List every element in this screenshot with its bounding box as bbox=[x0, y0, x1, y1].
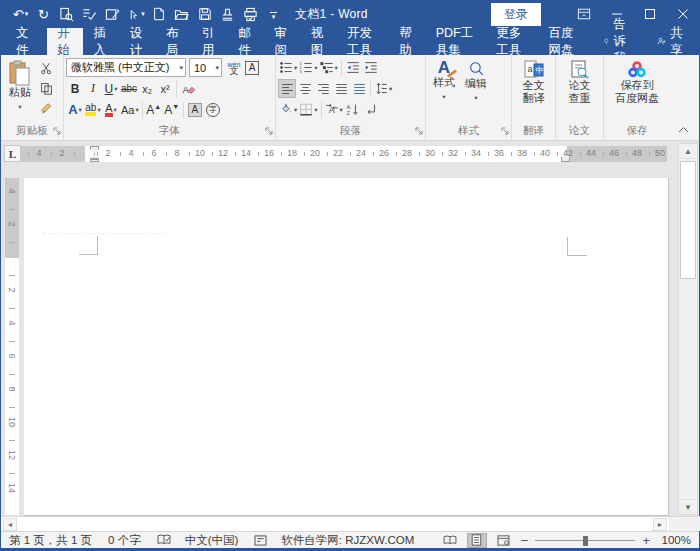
show-marks-button[interactable] bbox=[362, 100, 380, 119]
superscript-button[interactable]: x² bbox=[156, 79, 174, 98]
subscript-button[interactable]: x₂ bbox=[138, 79, 156, 98]
h-ruler[interactable]: 6422468101214161820222426283032343638404… bbox=[21, 146, 667, 162]
tab-view[interactable]: 视图 bbox=[301, 28, 337, 55]
print-preview-icon[interactable] bbox=[55, 2, 78, 26]
web-layout-button[interactable] bbox=[494, 533, 514, 548]
zoom-out-button[interactable]: − bbox=[521, 533, 529, 548]
language-indicator[interactable]: 中文(中国) bbox=[185, 533, 239, 548]
text-highlight-button[interactable]: ab▾ bbox=[84, 100, 102, 119]
tab-more-tools[interactable]: 更多工具 bbox=[486, 28, 538, 55]
vertical-scrollbar[interactable]: ▲ ▼ bbox=[678, 143, 698, 515]
scroll-left-icon[interactable]: ◂ bbox=[3, 518, 17, 531]
zoom-in-button[interactable]: + bbox=[642, 533, 650, 548]
tab-insert[interactable]: 插入 bbox=[83, 28, 119, 55]
bullets-button[interactable]: ▾ bbox=[278, 58, 298, 77]
justify-button[interactable] bbox=[332, 79, 350, 98]
tab-layout[interactable]: 布局 bbox=[156, 28, 192, 55]
paste-button[interactable]: 粘贴 ▾ bbox=[3, 57, 37, 118]
scroll-right-icon[interactable]: ▸ bbox=[653, 518, 667, 531]
save-to-baidu-netdisk-button[interactable]: 保存到 百度网盘 bbox=[606, 57, 668, 105]
spelling-grammar-icon[interactable] bbox=[78, 2, 101, 26]
input-method-icon[interactable] bbox=[254, 535, 267, 546]
grow-font-button[interactable]: A▲ bbox=[145, 100, 163, 119]
styles-button[interactable]: A 样式 ▾ bbox=[428, 57, 460, 104]
customize-qat-icon[interactable]: ▾ bbox=[262, 2, 285, 26]
font-size-combo[interactable]: 10▾ bbox=[189, 58, 222, 77]
vertical-scrollbar-thumb[interactable] bbox=[680, 161, 696, 279]
tab-mailings[interactable]: 邮件 bbox=[228, 28, 264, 55]
align-right-button[interactable] bbox=[314, 79, 332, 98]
undo-icon[interactable]: ↶▾ bbox=[9, 2, 32, 26]
proofing-book-icon[interactable] bbox=[157, 534, 171, 546]
editing-button[interactable]: 编辑 ▾ bbox=[460, 57, 492, 104]
styles-dialog-launcher-icon[interactable] bbox=[501, 124, 509, 138]
font-dialog-launcher-icon[interactable] bbox=[265, 124, 273, 138]
open-icon[interactable] bbox=[170, 2, 193, 26]
zoom-slider-thumb[interactable] bbox=[583, 536, 588, 546]
sort-button[interactable]: AZ bbox=[344, 100, 362, 119]
print-layout-button[interactable] bbox=[467, 533, 487, 548]
asian-layout-button[interactable]: A▾ bbox=[324, 100, 344, 119]
draw-table-icon[interactable] bbox=[101, 2, 124, 26]
bold-button[interactable]: B bbox=[66, 79, 84, 98]
distribute-button[interactable] bbox=[350, 79, 368, 98]
scroll-down-icon[interactable]: ▼ bbox=[679, 499, 697, 514]
tab-home[interactable]: 开始 bbox=[47, 28, 83, 55]
borders-button[interactable]: ▾ bbox=[298, 100, 318, 119]
share-button[interactable]: 共享 bbox=[645, 25, 700, 59]
redo-icon[interactable]: ↻ bbox=[32, 2, 55, 26]
phonetic-guide-button[interactable]: wén文 bbox=[225, 58, 243, 77]
first-line-indent-marker[interactable] bbox=[90, 146, 99, 154]
scroll-up-icon[interactable]: ▲ bbox=[679, 144, 697, 159]
tab-developer[interactable]: 开发工具 bbox=[337, 28, 389, 55]
tab-help[interactable]: 帮助 bbox=[389, 28, 425, 55]
decrease-indent-button[interactable] bbox=[344, 58, 362, 77]
strikethrough-button[interactable]: abc bbox=[120, 79, 138, 98]
word-count[interactable]: 0 个字 bbox=[108, 533, 141, 548]
format-painter-button[interactable] bbox=[37, 99, 55, 118]
tab-references[interactable]: 引用 bbox=[192, 28, 228, 55]
enclose-characters-button[interactable]: 字 bbox=[204, 100, 222, 119]
change-case-button[interactable]: Aa▾ bbox=[120, 100, 140, 119]
shading-button[interactable]: ▾ bbox=[278, 100, 298, 119]
v-ruler[interactable]: 422468101214 bbox=[5, 178, 19, 515]
cut-button[interactable] bbox=[37, 59, 55, 78]
left-indent-marker[interactable] bbox=[90, 159, 99, 162]
character-shading-button[interactable]: A bbox=[186, 100, 204, 119]
document-page[interactable] bbox=[24, 178, 669, 516]
save-icon[interactable] bbox=[193, 2, 216, 26]
copy-button[interactable] bbox=[37, 79, 55, 98]
font-name-combo[interactable]: 微软雅黑 (中文正文)▾ bbox=[66, 58, 186, 77]
tab-pdf-tools[interactable]: PDF工具集 bbox=[426, 28, 487, 55]
tab-baidu-netdisk[interactable]: 百度网盘 bbox=[539, 28, 591, 55]
character-border-button[interactable]: A bbox=[243, 58, 261, 77]
tab-file[interactable]: 文件 bbox=[1, 28, 47, 55]
page-indicator[interactable]: 第 1 页，共 1 页 bbox=[9, 533, 92, 548]
font-color-button[interactable]: A▾ bbox=[102, 100, 120, 119]
read-mode-button[interactable] bbox=[440, 533, 460, 548]
clear-formatting-button[interactable]: A bbox=[179, 79, 197, 98]
login-button[interactable]: 登录 bbox=[491, 3, 541, 26]
align-left-button[interactable] bbox=[278, 79, 296, 98]
tab-stop-selector[interactable]: L bbox=[4, 145, 21, 162]
touch-mouse-mode-icon[interactable]: ▾ bbox=[124, 2, 147, 26]
zoom-slider[interactable] bbox=[535, 534, 635, 547]
collapse-ribbon-icon[interactable] bbox=[678, 122, 689, 136]
underline-button[interactable]: U▾ bbox=[102, 79, 120, 98]
tab-design[interactable]: 设计 bbox=[120, 28, 156, 55]
horizontal-scrollbar[interactable]: ◂ ▸ bbox=[1, 516, 669, 531]
full-text-translate-button[interactable]: a中 全文 翻译 bbox=[514, 57, 553, 105]
numbering-button[interactable]: 123▾ bbox=[298, 58, 318, 77]
stamp-icon[interactable] bbox=[216, 2, 239, 26]
paragraph-dialog-launcher-icon[interactable] bbox=[415, 124, 423, 138]
zoom-level[interactable]: 100% bbox=[657, 534, 691, 546]
italic-button[interactable]: I bbox=[84, 79, 102, 98]
quick-print-icon[interactable] bbox=[239, 2, 262, 26]
tab-review[interactable]: 审阅 bbox=[265, 28, 301, 55]
shrink-font-button[interactable]: A▼ bbox=[163, 100, 181, 119]
line-spacing-button[interactable]: ▾ bbox=[373, 79, 393, 98]
text-effects-button[interactable]: A▾ bbox=[66, 100, 84, 119]
multilevel-list-button[interactable]: ▾ bbox=[319, 58, 339, 77]
new-document-icon[interactable] bbox=[147, 2, 170, 26]
align-center-button[interactable] bbox=[296, 79, 314, 98]
